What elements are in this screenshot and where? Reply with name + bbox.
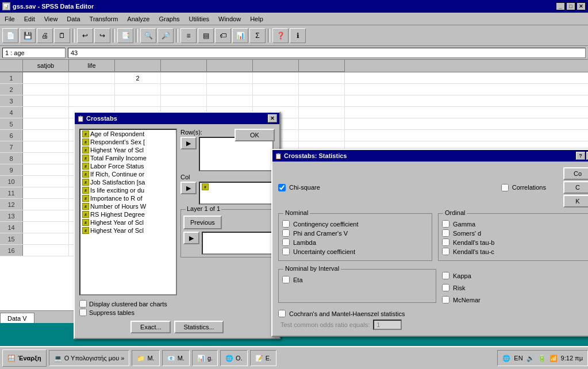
- grid-cell[interactable]: [299, 72, 345, 83]
- grid-cell[interactable]: [23, 130, 69, 141]
- cochrans-checkbox[interactable]: [278, 310, 286, 317]
- new-button[interactable]: 📄: [2, 28, 18, 43]
- grid-cell[interactable]: [23, 245, 69, 256]
- grid-cell[interactable]: [299, 95, 345, 106]
- grid-cell[interactable]: [207, 72, 253, 83]
- grid-cell[interactable]: [23, 141, 69, 152]
- col-header-5[interactable]: [207, 60, 253, 72]
- var-item-educ3[interactable]: # Highest Year of Scl: [80, 226, 176, 235]
- var-list-button[interactable]: ≡: [180, 28, 197, 43]
- kendalltauc-checkbox[interactable]: [442, 248, 449, 255]
- eta-checkbox[interactable]: [282, 276, 290, 283]
- kendalltaub-checkbox[interactable]: [442, 239, 449, 246]
- grid-cell[interactable]: [161, 95, 207, 106]
- grid-cell[interactable]: [253, 84, 299, 95]
- cols-box[interactable]: #: [199, 182, 274, 205]
- cols-arrow-button[interactable]: ▶: [180, 182, 197, 194]
- menu-window[interactable]: Window: [214, 14, 245, 24]
- grid-cell[interactable]: [253, 72, 299, 83]
- find-button[interactable]: 🔍: [140, 28, 156, 43]
- rows-box[interactable]: [199, 137, 274, 171]
- grid-cell[interactable]: [115, 84, 161, 95]
- start-button[interactable]: 🪟 Έναρξη: [2, 349, 47, 367]
- grid-cell[interactable]: [161, 84, 207, 95]
- menu-edit[interactable]: Edit: [20, 14, 40, 24]
- zoom-button[interactable]: 🔎: [157, 28, 174, 43]
- somersd-checkbox[interactable]: [442, 229, 449, 237]
- taskbar-item-pc[interactable]: 💻 Ο Υπολογιστής μου »: [49, 350, 130, 366]
- mcnemar-checkbox[interactable]: [442, 296, 449, 303]
- col-header-6[interactable]: [253, 60, 299, 72]
- var-item-sex[interactable]: # Respondent's Sex [: [80, 138, 176, 146]
- grid-cell[interactable]: [207, 84, 253, 95]
- menu-analyze[interactable]: Analyze: [122, 14, 154, 24]
- var-item-labor[interactable]: # Labor Force Status: [80, 162, 176, 170]
- grid-cell[interactable]: [253, 95, 299, 106]
- variable-list-box[interactable]: # Age of Respondent # Respondent's Sex […: [79, 129, 177, 295]
- var-item-income[interactable]: # Total Family Income: [80, 154, 176, 162]
- help-button-stats[interactable]: K: [563, 195, 588, 207]
- grid-cell[interactable]: 2: [115, 72, 161, 83]
- grid-cell[interactable]: [23, 72, 69, 83]
- var-item-importance[interactable]: # Importance to R of: [80, 194, 176, 202]
- grid-cell[interactable]: [299, 84, 345, 95]
- minimize-button[interactable]: _: [556, 2, 565, 10]
- grid-cell[interactable]: [23, 164, 69, 175]
- grid-cell[interactable]: [23, 199, 69, 210]
- print-preview-button[interactable]: 🗒: [54, 28, 70, 43]
- var-item-age[interactable]: # Age of Respondent: [80, 130, 176, 138]
- grid-cell[interactable]: [23, 176, 69, 187]
- cancel-button[interactable]: C: [563, 181, 588, 194]
- col-header-satjob[interactable]: satjob: [23, 60, 69, 72]
- maximize-button[interactable]: □: [566, 2, 575, 10]
- grid-cell[interactable]: [207, 95, 253, 106]
- col-var-item[interactable]: #: [200, 183, 272, 191]
- gamma-checkbox[interactable]: [442, 220, 449, 228]
- tab-data-view[interactable]: Data V: [0, 313, 34, 323]
- grid-cell[interactable]: [23, 84, 69, 95]
- clustered-bar-checkbox[interactable]: [79, 300, 87, 308]
- grid-cell[interactable]: [23, 95, 69, 106]
- chisquare-checkbox[interactable]: [278, 184, 286, 191]
- chart-button[interactable]: 📊: [232, 28, 248, 43]
- grid-cell[interactable]: [299, 130, 345, 141]
- grid-cell[interactable]: [69, 72, 115, 83]
- save-button[interactable]: 💾: [20, 28, 36, 43]
- menu-view[interactable]: View: [40, 14, 63, 24]
- var-item-satjob[interactable]: # Job Satisfaction [sa: [80, 178, 176, 186]
- kappa-checkbox[interactable]: [442, 272, 449, 279]
- taskbar-item-browser[interactable]: 🌐 O.: [220, 350, 248, 366]
- grid-cell[interactable]: [23, 107, 69, 118]
- grid-cell[interactable]: [299, 118, 345, 129]
- close-button[interactable]: ✕: [577, 2, 586, 10]
- var-item-educ2[interactable]: # Highest Year of Scl: [80, 218, 176, 226]
- cell-ref-name[interactable]: 1 : age: [2, 48, 66, 58]
- help-button[interactable]: ❓: [272, 28, 289, 43]
- layer-arrow-button[interactable]: ▶: [183, 232, 199, 244]
- print-button[interactable]: 🖨: [37, 28, 53, 43]
- col-header-life[interactable]: life: [69, 60, 115, 72]
- rows-arrow-button[interactable]: ▶: [180, 137, 197, 149]
- ok-button[interactable]: OK: [235, 129, 275, 141]
- redo-button[interactable]: ↪: [94, 28, 110, 43]
- grid-cell[interactable]: [115, 95, 161, 106]
- info-button[interactable]: ℹ: [290, 28, 306, 43]
- var-item-hours[interactable]: # Number of Hours W: [80, 202, 176, 210]
- test-odds-input[interactable]: [373, 320, 402, 330]
- risk-checkbox[interactable]: [442, 284, 449, 291]
- col-header-7[interactable]: [299, 60, 345, 72]
- var-item-degree[interactable]: # RS Highest Degree: [80, 210, 176, 218]
- menu-graphs[interactable]: Graphs: [154, 14, 184, 24]
- grid-cell[interactable]: [299, 107, 345, 118]
- taskbar-item-mail[interactable]: 📧 M.: [162, 350, 190, 366]
- value-labels-button[interactable]: 🏷: [215, 28, 231, 43]
- lambda-checkbox[interactable]: [282, 239, 290, 246]
- var-item-educ[interactable]: # Highest Year of Scl: [80, 146, 176, 154]
- grid-cell[interactable]: [23, 187, 69, 198]
- var-item-life[interactable]: # Is life exciting or du: [80, 186, 176, 194]
- continue-button[interactable]: Co: [563, 167, 588, 180]
- grid-cell[interactable]: [23, 210, 69, 221]
- taskbar-item-folder[interactable]: 📁 M.: [132, 350, 159, 366]
- menu-transform[interactable]: Transform: [85, 14, 123, 24]
- col-header-4[interactable]: [161, 60, 207, 72]
